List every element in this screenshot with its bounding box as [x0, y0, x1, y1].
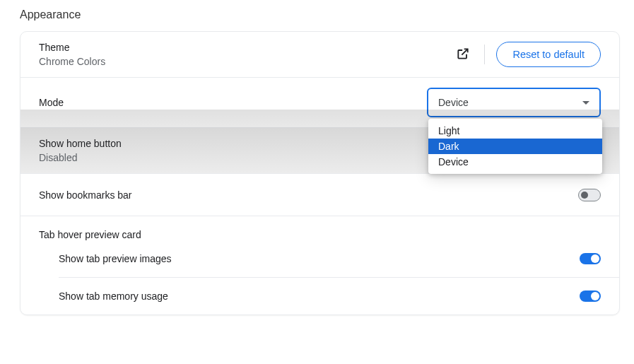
tab-hover-group: Tab hover preview card [20, 216, 619, 240]
mode-option-device[interactable]: Device [428, 154, 602, 170]
open-in-new-icon [456, 47, 470, 63]
tab-preview-images-toggle[interactable] [580, 253, 601, 264]
bookmarks-bar-label: Show bookmarks bar [39, 189, 578, 201]
theme-row: Theme Chrome Colors Reset to default [20, 32, 619, 78]
tab-preview-images-row: Show tab preview images [59, 240, 619, 277]
mode-option-light[interactable]: Light [428, 123, 602, 139]
open-theme-external-button[interactable] [453, 45, 473, 64]
tab-preview-images-label: Show tab preview images [59, 253, 580, 264]
tab-hover-subrows: Show tab preview images Show tab memory … [20, 240, 619, 315]
mode-row: Mode Device Light Dark Device [20, 78, 619, 128]
chevron-down-icon [582, 101, 589, 105]
tab-memory-usage-toggle[interactable] [580, 290, 601, 302]
section-title: Appearance [20, 8, 620, 21]
toggle-knob [581, 192, 588, 199]
mode-label: Mode [39, 97, 427, 108]
toggle-knob [591, 254, 599, 263]
tab-memory-usage-label: Show tab memory usage [59, 290, 580, 302]
bookmarks-bar-row: Show bookmarks bar [20, 174, 619, 216]
tab-hover-label: Tab hover preview card [39, 229, 601, 240]
theme-label: Theme [39, 42, 453, 53]
bookmarks-bar-toggle[interactable] [578, 189, 601, 201]
mode-option-dark[interactable]: Dark [428, 139, 602, 154]
mode-select[interactable]: Device Light Dark Device [427, 88, 601, 117]
tab-memory-usage-row: Show tab memory usage [59, 277, 619, 315]
theme-value: Chrome Colors [39, 56, 453, 67]
reset-to-default-button[interactable]: Reset to default [496, 42, 601, 67]
toggle-knob [591, 292, 599, 300]
appearance-card: Theme Chrome Colors Reset to default [20, 31, 620, 315]
mode-selected-value: Device [438, 97, 582, 108]
mode-dropdown: Light Dark Device [428, 119, 602, 174]
separator [484, 45, 485, 64]
